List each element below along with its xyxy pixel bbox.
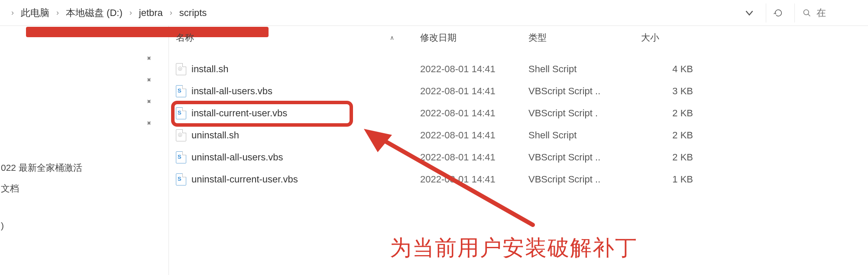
search-box[interactable] bbox=[794, 3, 864, 22]
file-name-cell: uninstall.sh bbox=[169, 129, 420, 141]
address-bar: › 此电脑 › 本地磁盘 (D:) › jetbra › scripts bbox=[0, 0, 868, 26]
column-header-type[interactable]: 类型 bbox=[528, 32, 641, 44]
shell-file-icon bbox=[176, 129, 186, 141]
history-dropdown-button[interactable] bbox=[737, 3, 761, 22]
column-headers: 名称 ∧ 修改日期 类型 大小 bbox=[169, 26, 868, 49]
column-header-date[interactable]: 修改日期 bbox=[420, 32, 528, 44]
file-type: Shell Script bbox=[528, 64, 641, 75]
pin-icon: ✦ bbox=[143, 118, 168, 142]
file-row[interactable]: install.sh2022-08-01 14:41Shell Script4 … bbox=[169, 58, 868, 80]
file-row[interactable]: uninstall.sh2022-08-01 14:41Shell Script… bbox=[169, 124, 868, 146]
svg-line-1 bbox=[808, 14, 810, 16]
chevron-right-icon: › bbox=[9, 8, 16, 17]
chevron-right-icon: › bbox=[54, 8, 62, 17]
chevron-right-icon: › bbox=[167, 8, 175, 17]
breadcrumb-item[interactable]: 此电脑 bbox=[21, 6, 49, 19]
vbscript-file-icon bbox=[176, 85, 186, 97]
file-date: 2022-08-01 14:41 bbox=[420, 86, 528, 97]
vbscript-file-icon bbox=[176, 107, 186, 119]
pin-icon: ✦ bbox=[143, 74, 168, 99]
file-name-cell: uninstall-all-users.vbs bbox=[169, 151, 420, 163]
sidebar-item[interactable]: ) bbox=[0, 216, 168, 235]
file-type: VBScript Script .. bbox=[528, 86, 641, 97]
pin-icon: ✦ bbox=[143, 96, 168, 121]
vbscript-file-icon bbox=[176, 173, 186, 185]
file-name-cell: install-current-user.vbs bbox=[169, 107, 420, 119]
file-name: install-current-user.vbs bbox=[191, 108, 287, 119]
file-row[interactable]: install-all-users.vbs2022-08-01 14:41VBS… bbox=[169, 80, 868, 102]
file-date: 2022-08-01 14:41 bbox=[420, 130, 528, 141]
file-date: 2022-08-01 14:41 bbox=[420, 152, 528, 163]
file-name: uninstall-current-user.vbs bbox=[191, 174, 298, 185]
file-date: 2022-08-01 14:41 bbox=[420, 64, 528, 75]
file-name: uninstall.sh bbox=[191, 130, 239, 141]
file-row[interactable]: uninstall-current-user.vbs2022-08-01 14:… bbox=[169, 168, 868, 190]
file-type: VBScript Script . bbox=[528, 108, 641, 119]
file-type: Shell Script bbox=[528, 130, 641, 141]
shell-file-icon bbox=[176, 63, 186, 75]
search-input[interactable] bbox=[816, 7, 851, 19]
refresh-button[interactable] bbox=[766, 3, 790, 22]
search-icon bbox=[803, 9, 811, 17]
pin-icon: ✦ bbox=[143, 53, 168, 77]
column-header-label: 名称 bbox=[176, 32, 194, 44]
file-name: install.sh bbox=[191, 64, 229, 75]
file-size: 1 KB bbox=[641, 174, 728, 185]
file-size: 3 KB bbox=[641, 86, 728, 97]
sort-ascending-icon: ∧ bbox=[390, 34, 394, 41]
breadcrumb-item[interactable]: scripts bbox=[179, 7, 207, 19]
breadcrumb-item[interactable]: jetbra bbox=[139, 7, 163, 19]
file-list-pane: 名称 ∧ 修改日期 类型 大小 install.sh2022-08-01 14:… bbox=[169, 26, 868, 275]
annotation-text: 为当前用户安装破解补丁 bbox=[390, 233, 638, 262]
file-date: 2022-08-01 14:41 bbox=[420, 174, 528, 185]
file-name-cell: install.sh bbox=[169, 63, 420, 75]
column-header-size[interactable]: 大小 bbox=[641, 32, 728, 44]
vbscript-file-icon bbox=[176, 151, 186, 163]
file-type: VBScript Script .. bbox=[528, 174, 641, 185]
file-size: 2 KB bbox=[641, 130, 728, 141]
breadcrumb[interactable]: › 此电脑 › 本地磁盘 (D:) › jetbra › scripts bbox=[9, 6, 207, 19]
file-row[interactable]: uninstall-all-users.vbs2022-08-01 14:41V… bbox=[169, 146, 868, 168]
chevron-right-icon: › bbox=[127, 8, 135, 17]
file-date: 2022-08-01 14:41 bbox=[420, 108, 528, 119]
file-size: 2 KB bbox=[641, 108, 728, 119]
file-name: uninstall-all-users.vbs bbox=[191, 152, 283, 163]
column-header-name[interactable]: 名称 ∧ bbox=[169, 32, 420, 44]
file-size: 2 KB bbox=[641, 152, 728, 163]
sidebar-item[interactable]: 022 最新全家桶激活 bbox=[0, 157, 168, 178]
breadcrumb-item[interactable]: 本地磁盘 (D:) bbox=[66, 6, 123, 19]
navigation-pane: ✦ ✦ ✦ ✦ 022 最新全家桶激活 文档 ) bbox=[0, 26, 169, 275]
file-name-cell: uninstall-current-user.vbs bbox=[169, 173, 420, 185]
file-name: install-all-users.vbs bbox=[191, 86, 272, 97]
svg-point-0 bbox=[804, 10, 809, 15]
file-type: VBScript Script .. bbox=[528, 152, 641, 163]
file-name-cell: install-all-users.vbs bbox=[169, 85, 420, 97]
file-size: 4 KB bbox=[641, 64, 728, 75]
file-row[interactable]: install-current-user.vbs2022-08-01 14:41… bbox=[169, 102, 868, 124]
sidebar-item[interactable]: 文档 bbox=[0, 178, 168, 199]
